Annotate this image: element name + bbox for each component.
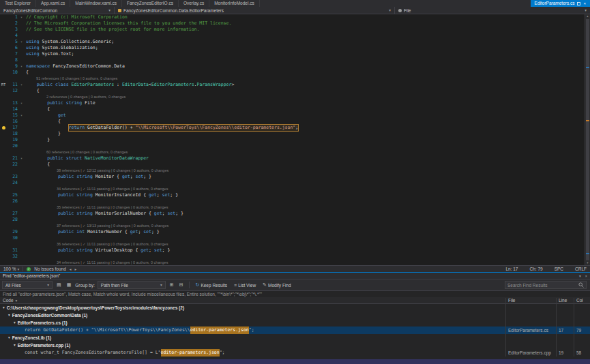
code-line[interactable]: 15▾get bbox=[0, 112, 585, 119]
group-by-dropdown[interactable]: Path then File ▾ bbox=[98, 281, 166, 289]
code-line[interactable]: 12{ bbox=[0, 88, 585, 94]
codelens-info[interactable]: 34 references | ✓ 11/11 passing | 0 chan… bbox=[57, 260, 168, 265]
codelens-row[interactable]: 35 references | ✓ 11/11 passing | 0 chan… bbox=[0, 204, 585, 211]
code-line[interactable]: 20 bbox=[0, 143, 585, 149]
search-input[interactable] bbox=[507, 283, 578, 288]
document-tab[interactable]: App.xaml.cs bbox=[36, 0, 70, 7]
code-line[interactable]: 29public int MonitorNumber { get; set; } bbox=[0, 229, 585, 235]
zoom-control[interactable]: 100 % ▾ bbox=[3, 267, 19, 271]
code-line[interactable]: 19} bbox=[0, 137, 585, 143]
column-header-file[interactable]: File bbox=[505, 298, 556, 303]
column-header-code[interactable]: Code ▾ bbox=[0, 298, 505, 303]
fold-marker[interactable]: ▾ bbox=[20, 100, 26, 106]
line-indicator[interactable]: Ln: 17 bbox=[505, 267, 518, 271]
column-indicator[interactable]: Ch: 79 bbox=[529, 267, 542, 271]
code-line[interactable]: 6using System.Globalization; bbox=[0, 45, 585, 51]
codelens-info[interactable]: 37 references | ✓ 13/13 passing | 0 chan… bbox=[57, 223, 168, 229]
code-line[interactable]: 26 bbox=[0, 198, 585, 204]
chevron-down-icon[interactable]: ▾ bbox=[14, 342, 16, 349]
column-header-col[interactable]: Col bbox=[574, 298, 590, 303]
find-group-row[interactable]: ▾EditorParameters.cs (1) bbox=[0, 319, 590, 327]
code-line[interactable]: RT11▾public class EditorParameters : Edi… bbox=[0, 82, 585, 88]
codelens-row[interactable]: 91 references | 0 changes | 0 authors, 0… bbox=[0, 76, 585, 82]
fold-marker[interactable]: ▾ bbox=[20, 14, 26, 20]
codelens-row[interactable]: 34 references | ✓ 11/11 passing | 0 chan… bbox=[0, 186, 585, 192]
project-dropdown[interactable]: FancyZonesEditorCommon ▾ bbox=[0, 7, 115, 14]
codelens-info[interactable]: 34 references | ✓ 11/11 passing | 0 chan… bbox=[57, 186, 168, 192]
fold-marker[interactable]: ▾ bbox=[20, 112, 26, 119]
close-icon[interactable]: × bbox=[583, 0, 586, 7]
document-tab[interactable]: Test Explorer bbox=[0, 0, 36, 7]
keep-results-button[interactable]: ↻ Keep Results bbox=[194, 282, 230, 288]
chevron-down-icon[interactable]: ▾ bbox=[8, 334, 10, 342]
chevron-down-icon[interactable]: ▾ bbox=[8, 312, 10, 319]
lightbulb-icon[interactable] bbox=[0, 125, 7, 131]
code-line[interactable]: 21▾public struct NativeMonitorDataWrappe… bbox=[0, 155, 585, 162]
prev-issue-icon[interactable]: ◂ bbox=[70, 267, 72, 271]
health-check-icon[interactable]: ✓ bbox=[27, 267, 31, 271]
codelens-info[interactable]: 38 references | ✓ 12/12 passing | 0 chan… bbox=[57, 168, 168, 174]
code-line[interactable]: 32 bbox=[0, 254, 585, 260]
codelens-info[interactable]: 60 references | 0 changes | 0 authors, 0… bbox=[46, 149, 128, 155]
clear-results-icon[interactable]: ▦ bbox=[65, 282, 73, 288]
active-document-tab[interactable]: EditorParameters.cs × bbox=[531, 0, 590, 7]
find-result-row[interactable]: const wchar_t FancyZonesEditorParameters… bbox=[0, 349, 590, 357]
code-line[interactable]: 5▾using System.Collections.Generic; bbox=[0, 39, 585, 45]
code-line[interactable]: 8 bbox=[0, 57, 585, 63]
code-line[interactable]: 10{ bbox=[0, 70, 585, 76]
editor-scrollbar[interactable]: ▴ ▾ bbox=[585, 14, 590, 265]
line-ending-indicator[interactable]: CRLF bbox=[575, 267, 587, 271]
document-tab[interactable]: MonitorInfoModel.cs bbox=[209, 0, 260, 7]
codelens-row[interactable]: 37 references | ✓ 13/13 passing | 0 chan… bbox=[0, 223, 585, 229]
chevron-down-icon[interactable]: ▾ bbox=[14, 319, 16, 327]
codelens-row[interactable]: 60 references | 0 changes | 0 authors, 0… bbox=[0, 149, 585, 155]
preview-tab-icon[interactable] bbox=[577, 2, 580, 5]
codelens-row[interactable]: 36 references | ✓ 11/11 passing | 0 chan… bbox=[0, 241, 585, 247]
scrollbar-thumb[interactable] bbox=[586, 19, 589, 260]
document-tab[interactable]: FancyZonesEditorIO.cs bbox=[122, 0, 179, 7]
document-tab[interactable]: Overlay.cs bbox=[179, 0, 209, 7]
issues-label[interactable]: No issues found bbox=[34, 267, 66, 271]
fold-marker[interactable]: ▾ bbox=[20, 39, 26, 45]
code-line[interactable]: 1▾// Copyright (c) Microsoft Corporation bbox=[0, 14, 585, 20]
find-group-row[interactable]: ▾FancyZonesLib (1) bbox=[0, 334, 590, 342]
codelens-info[interactable]: 36 references | ✓ 11/11 passing | 0 chan… bbox=[57, 241, 168, 247]
scope-dropdown[interactable]: All Files ▾ bbox=[2, 281, 53, 289]
space-indicator[interactable]: SPC bbox=[555, 267, 563, 271]
list-view-button[interactable]: ≡ List View bbox=[232, 283, 258, 288]
code-line[interactable]: 22{ bbox=[0, 162, 585, 168]
scroll-up-icon[interactable]: ▴ bbox=[585, 14, 590, 18]
code-line[interactable]: 9▾namespace FancyZonesEditorCommon.Data bbox=[0, 63, 585, 70]
fold-marker[interactable]: ▾ bbox=[20, 155, 26, 162]
fold-marker[interactable]: ▾ bbox=[20, 82, 26, 88]
code-line[interactable]: 30 bbox=[0, 235, 585, 241]
find-panel-header[interactable]: Find "editor-parameters.json" ▾ × bbox=[0, 273, 590, 279]
code-line[interactable]: 4 bbox=[0, 33, 585, 39]
code-line[interactable]: 27public string MonitorSerialNumber { ge… bbox=[0, 211, 585, 217]
find-group-row[interactable]: ▾FancyZonesEditorCommon\Data (1) bbox=[0, 312, 590, 319]
code-line[interactable]: 13▾public string File bbox=[0, 100, 585, 106]
code-line[interactable]: 14{ bbox=[0, 106, 585, 112]
expand-all-icon[interactable]: ⊞ bbox=[168, 282, 175, 288]
scroll-down-icon[interactable]: ▾ bbox=[585, 261, 590, 265]
code-line[interactable]: 7using System.Text; bbox=[0, 51, 585, 57]
fold-marker[interactable]: ▾ bbox=[20, 63, 26, 70]
codelens-row[interactable]: 2 references | 0 changes | 0 authors, 0 … bbox=[0, 94, 585, 100]
codelens-row[interactable]: 34 references | ✓ 11/11 passing | 0 chan… bbox=[0, 260, 585, 265]
codelens-info[interactable]: 35 references | ✓ 11/11 passing | 0 chan… bbox=[57, 204, 168, 211]
codelens-row[interactable]: 38 references | ✓ 12/12 passing | 0 chan… bbox=[0, 168, 585, 174]
type-dropdown[interactable]: FancyZonesEditorCommon.Data.EditorParame… bbox=[115, 7, 395, 14]
find-group-row[interactable]: ▾C:\Users\zhaopengwang\Desktop\powertoys… bbox=[0, 304, 590, 312]
code-line[interactable]: 16{ bbox=[0, 119, 585, 125]
code-line[interactable]: 31public string VirtualDesktop { get; se… bbox=[0, 247, 585, 254]
document-tab[interactable]: MainWindow.xaml.cs bbox=[70, 0, 122, 7]
search-find-results-box[interactable] bbox=[505, 281, 587, 289]
column-header-line[interactable]: Line bbox=[556, 298, 574, 303]
find-result-row[interactable]: return GetDataFolder() + "\\Microsoft\\P… bbox=[0, 327, 590, 334]
code-editor[interactable]: 1▾// Copyright (c) Microsoft Corporation… bbox=[0, 14, 590, 265]
member-dropdown[interactable]: File ▾ bbox=[395, 7, 590, 14]
modify-find-button[interactable]: ✎ Modify Find bbox=[261, 282, 293, 288]
chevron-down-icon[interactable]: ▾ bbox=[579, 274, 581, 278]
code-line[interactable]: 18} bbox=[0, 131, 585, 137]
code-line[interactable]: 2// The Microsoft Corporation licenses t… bbox=[0, 20, 585, 27]
